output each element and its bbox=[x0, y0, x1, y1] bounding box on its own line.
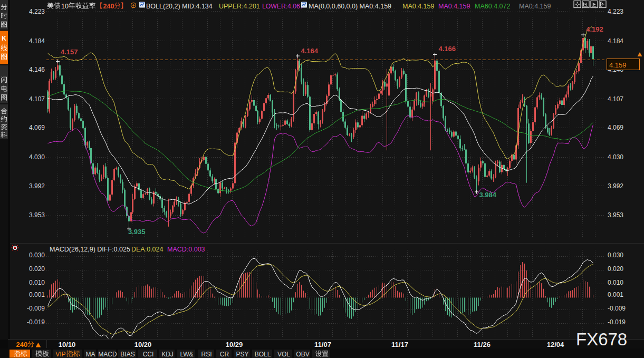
svg-text:LOWER:4.067: LOWER:4.067 bbox=[262, 3, 304, 10]
svg-text:CCI: CCI bbox=[143, 351, 154, 358]
svg-text:0.001: 0.001 bbox=[29, 291, 45, 298]
svg-text:-0.019: -0.019 bbox=[608, 318, 626, 326]
svg-text:MACD(26,12,9) DIFF:0.025: MACD(26,12,9) DIFF:0.025 bbox=[50, 246, 130, 253]
svg-text:4.069: 4.069 bbox=[608, 124, 623, 131]
svg-text:4.184: 4.184 bbox=[29, 37, 45, 45]
svg-text:0.010: 0.010 bbox=[608, 279, 623, 286]
svg-text:4.223: 4.223 bbox=[29, 8, 45, 15]
svg-text:4.030: 4.030 bbox=[29, 153, 45, 161]
svg-text:BIAS: BIAS bbox=[120, 351, 134, 358]
svg-text:KDJ: KDJ bbox=[161, 351, 174, 358]
svg-text:4.223: 4.223 bbox=[608, 8, 623, 15]
svg-text:4.159: 4.159 bbox=[609, 61, 627, 69]
svg-text:BOLL(20,2) MID:4.134: BOLL(20,2) MID:4.134 bbox=[146, 3, 213, 10]
svg-text:UPPER:4.201: UPPER:4.201 bbox=[219, 3, 260, 10]
svg-text:-0.009: -0.009 bbox=[608, 305, 626, 312]
svg-text:4.192: 4.192 bbox=[586, 25, 603, 33]
svg-text:MA60:4.072: MA60:4.072 bbox=[475, 3, 510, 10]
svg-text:4.107: 4.107 bbox=[29, 95, 45, 103]
svg-text:3.992: 3.992 bbox=[29, 182, 45, 190]
svg-text:LW&: LW& bbox=[180, 351, 193, 358]
svg-text:10/20: 10/20 bbox=[134, 341, 152, 349]
svg-text:10/10: 10/10 bbox=[59, 341, 76, 349]
svg-text:MA0:4.159: MA0:4.159 bbox=[402, 3, 435, 10]
svg-text:MA0:4.159: MA0:4.159 bbox=[519, 3, 551, 10]
svg-text:240: 240 bbox=[16, 341, 28, 349]
svg-text:RSI: RSI bbox=[201, 351, 212, 358]
svg-text:0.030: 0.030 bbox=[29, 251, 45, 259]
svg-text:4.030: 4.030 bbox=[608, 153, 623, 161]
svg-text:4.166: 4.166 bbox=[439, 45, 456, 53]
svg-text:4.184: 4.184 bbox=[608, 37, 623, 45]
svg-text:MA0:4.159: MA0:4.159 bbox=[438, 3, 470, 10]
svg-text:0.030: 0.030 bbox=[608, 251, 623, 259]
svg-text:4.157: 4.157 bbox=[61, 48, 78, 56]
svg-text:4.069: 4.069 bbox=[29, 124, 45, 131]
svg-text:-0.009: -0.009 bbox=[27, 305, 45, 312]
svg-text:3.953: 3.953 bbox=[29, 211, 45, 219]
svg-text:MA(0,0,0,60,0,0) MA0:4.159: MA(0,0,0,60,0,0) MA0:4.159 bbox=[309, 3, 391, 10]
svg-text:10/29: 10/29 bbox=[226, 341, 243, 349]
svg-text:CR: CR bbox=[220, 351, 229, 358]
svg-text:OBV: OBV bbox=[296, 351, 309, 358]
svg-text:4.146: 4.146 bbox=[29, 66, 45, 73]
svg-text:12/04: 12/04 bbox=[547, 341, 564, 349]
svg-text:MA: MA bbox=[86, 351, 95, 358]
svg-text:11/17: 11/17 bbox=[391, 341, 408, 349]
svg-text:11/26: 11/26 bbox=[474, 341, 491, 349]
svg-text:-0.019: -0.019 bbox=[27, 318, 45, 326]
svg-text:VOL: VOL bbox=[277, 351, 290, 358]
svg-text:VIP: VIP bbox=[55, 351, 65, 358]
svg-text:0.001: 0.001 bbox=[608, 291, 623, 298]
svg-text:3.992: 3.992 bbox=[608, 182, 623, 190]
svg-text:10: 10 bbox=[61, 3, 69, 10]
svg-text:3.953: 3.953 bbox=[608, 211, 623, 219]
svg-text:PSY: PSY bbox=[236, 351, 248, 358]
svg-text:MACD: MACD bbox=[98, 351, 117, 358]
svg-text:K: K bbox=[2, 35, 6, 42]
svg-text:FX678: FX678 bbox=[576, 330, 627, 349]
svg-text:0.020: 0.020 bbox=[608, 265, 623, 273]
svg-text:0.020: 0.020 bbox=[29, 265, 45, 273]
svg-text:MACD:0.003: MACD:0.003 bbox=[167, 246, 205, 253]
svg-text:3.984: 3.984 bbox=[479, 191, 497, 199]
svg-text:BOLL: BOLL bbox=[255, 351, 271, 358]
svg-text:3.935: 3.935 bbox=[128, 228, 146, 236]
svg-text:0.010: 0.010 bbox=[29, 279, 45, 286]
svg-text:4.107: 4.107 bbox=[608, 95, 623, 103]
svg-text:DEA:0.024: DEA:0.024 bbox=[131, 246, 164, 253]
svg-text:4.164: 4.164 bbox=[301, 47, 319, 55]
svg-text:11/07: 11/07 bbox=[314, 341, 331, 349]
svg-text:240: 240 bbox=[103, 3, 114, 10]
